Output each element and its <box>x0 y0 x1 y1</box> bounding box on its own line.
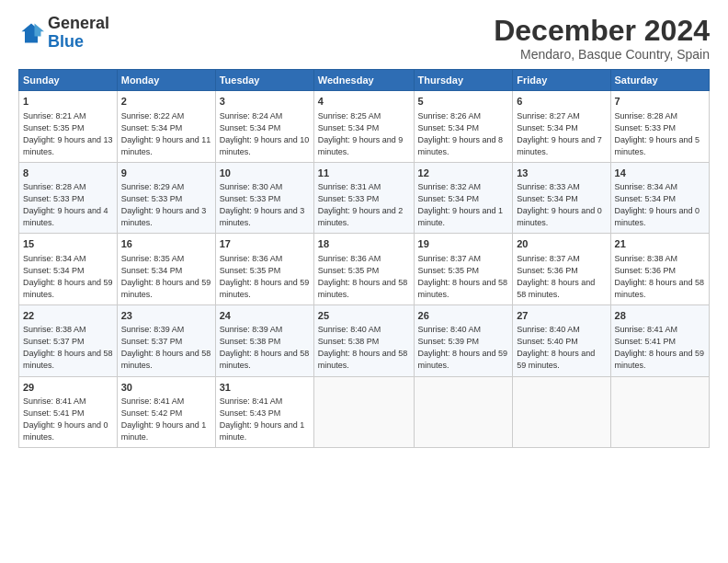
day-number: 13 <box>517 167 606 180</box>
day-content: Sunrise: 8:34 AM Sunset: 5:34 PM Dayligh… <box>615 181 705 229</box>
day-number: 26 <box>418 309 509 323</box>
day-number: 30 <box>121 381 211 395</box>
calendar-week-3: 15Sunrise: 8:34 AM Sunset: 5:34 PM Dayli… <box>19 234 710 305</box>
day-content: Sunrise: 8:39 AM Sunset: 5:38 PM Dayligh… <box>220 324 310 372</box>
calendar-cell: 16Sunrise: 8:35 AM Sunset: 5:34 PM Dayli… <box>117 234 215 305</box>
logo: General Blue <box>18 15 109 52</box>
day-number: 29 <box>23 381 113 395</box>
day-content: Sunrise: 8:31 AM Sunset: 5:33 PM Dayligh… <box>318 181 410 229</box>
svg-marker-1 <box>35 23 45 36</box>
calendar-cell: 15Sunrise: 8:34 AM Sunset: 5:34 PM Dayli… <box>19 234 118 305</box>
calendar-cell: 11Sunrise: 8:31 AM Sunset: 5:33 PM Dayli… <box>313 162 414 234</box>
calendar-cell: 29Sunrise: 8:41 AM Sunset: 5:41 PM Dayli… <box>19 376 118 448</box>
day-content: Sunrise: 8:40 AM Sunset: 5:40 PM Dayligh… <box>517 324 606 372</box>
weekday-header-wednesday: Wednesday <box>313 70 414 91</box>
calendar-cell: 19Sunrise: 8:37 AM Sunset: 5:35 PM Dayli… <box>414 234 513 305</box>
day-number: 14 <box>615 167 705 180</box>
calendar-cell: 4Sunrise: 8:25 AM Sunset: 5:34 PM Daylig… <box>313 91 414 163</box>
calendar-cell: 21Sunrise: 8:38 AM Sunset: 5:36 PM Dayli… <box>610 234 709 305</box>
subtitle: Mendaro, Basque Country, Spain <box>494 47 710 62</box>
day-content: Sunrise: 8:24 AM Sunset: 5:34 PM Dayligh… <box>220 110 310 158</box>
day-number: 8 <box>23 167 113 180</box>
calendar-table: SundayMondayTuesdayWednesdayThursdayFrid… <box>18 69 710 448</box>
day-content: Sunrise: 8:22 AM Sunset: 5:34 PM Dayligh… <box>121 110 211 158</box>
day-number: 31 <box>220 381 310 395</box>
calendar-cell: 22Sunrise: 8:38 AM Sunset: 5:37 PM Dayli… <box>19 304 118 376</box>
weekday-header-saturday: Saturday <box>610 70 709 91</box>
day-content: Sunrise: 8:36 AM Sunset: 5:35 PM Dayligh… <box>318 253 410 301</box>
day-number: 9 <box>121 167 211 180</box>
calendar-week-5: 29Sunrise: 8:41 AM Sunset: 5:41 PM Dayli… <box>19 376 710 448</box>
calendar-cell: 30Sunrise: 8:41 AM Sunset: 5:42 PM Dayli… <box>117 376 215 448</box>
calendar-cell <box>414 376 513 448</box>
day-number: 4 <box>318 95 410 109</box>
day-number: 7 <box>615 95 705 109</box>
day-number: 27 <box>517 309 606 323</box>
calendar-cell <box>313 376 414 448</box>
day-content: Sunrise: 8:29 AM Sunset: 5:33 PM Dayligh… <box>121 181 211 229</box>
logo-icon <box>18 20 44 46</box>
day-number: 22 <box>23 309 113 323</box>
day-content: Sunrise: 8:38 AM Sunset: 5:37 PM Dayligh… <box>23 324 113 372</box>
logo-line1: General <box>48 15 109 33</box>
calendar-cell: 9Sunrise: 8:29 AM Sunset: 5:33 PM Daylig… <box>117 162 215 234</box>
main-title: December 2024 <box>494 15 710 47</box>
day-number: 10 <box>220 167 310 180</box>
calendar-cell: 2Sunrise: 8:22 AM Sunset: 5:34 PM Daylig… <box>117 91 215 163</box>
day-content: Sunrise: 8:33 AM Sunset: 5:34 PM Dayligh… <box>517 181 606 229</box>
calendar-cell: 28Sunrise: 8:41 AM Sunset: 5:41 PM Dayli… <box>610 304 709 376</box>
day-number: 24 <box>220 309 310 323</box>
day-content: Sunrise: 8:32 AM Sunset: 5:34 PM Dayligh… <box>418 181 509 229</box>
calendar-cell: 10Sunrise: 8:30 AM Sunset: 5:33 PM Dayli… <box>215 162 313 234</box>
day-content: Sunrise: 8:41 AM Sunset: 5:41 PM Dayligh… <box>23 396 113 443</box>
calendar-cell <box>610 376 709 448</box>
day-number: 20 <box>517 237 606 251</box>
day-content: Sunrise: 8:40 AM Sunset: 5:39 PM Dayligh… <box>418 324 509 372</box>
day-content: Sunrise: 8:41 AM Sunset: 5:42 PM Dayligh… <box>121 396 211 443</box>
calendar-cell: 1Sunrise: 8:21 AM Sunset: 5:35 PM Daylig… <box>19 91 118 163</box>
day-content: Sunrise: 8:27 AM Sunset: 5:34 PM Dayligh… <box>517 110 606 158</box>
day-number: 19 <box>418 237 509 251</box>
calendar-cell: 6Sunrise: 8:27 AM Sunset: 5:34 PM Daylig… <box>513 91 610 163</box>
day-number: 18 <box>318 237 410 251</box>
calendar-cell: 27Sunrise: 8:40 AM Sunset: 5:40 PM Dayli… <box>513 304 610 376</box>
weekday-header-friday: Friday <box>513 70 610 91</box>
day-number: 12 <box>418 167 509 180</box>
day-content: Sunrise: 8:41 AM Sunset: 5:41 PM Dayligh… <box>615 324 705 372</box>
weekday-header-monday: Monday <box>117 70 215 91</box>
title-block: December 2024 Mendaro, Basque Country, S… <box>494 15 710 62</box>
calendar-page: General Blue December 2024 Mendaro, Basq… <box>0 0 728 563</box>
weekday-header-sunday: Sunday <box>19 70 118 91</box>
logo-line2: Blue <box>48 33 109 52</box>
calendar-cell: 31Sunrise: 8:41 AM Sunset: 5:43 PM Dayli… <box>215 376 313 448</box>
day-content: Sunrise: 8:28 AM Sunset: 5:33 PM Dayligh… <box>23 181 113 229</box>
day-content: Sunrise: 8:34 AM Sunset: 5:34 PM Dayligh… <box>23 253 113 301</box>
day-number: 2 <box>121 95 211 109</box>
weekday-header-tuesday: Tuesday <box>215 70 313 91</box>
day-content: Sunrise: 8:41 AM Sunset: 5:43 PM Dayligh… <box>220 396 310 443</box>
day-content: Sunrise: 8:30 AM Sunset: 5:33 PM Dayligh… <box>220 181 310 229</box>
calendar-cell: 18Sunrise: 8:36 AM Sunset: 5:35 PM Dayli… <box>313 234 414 305</box>
calendar-cell: 17Sunrise: 8:36 AM Sunset: 5:35 PM Dayli… <box>215 234 313 305</box>
calendar-week-4: 22Sunrise: 8:38 AM Sunset: 5:37 PM Dayli… <box>19 304 710 376</box>
day-number: 6 <box>517 95 606 109</box>
weekday-header-row: SundayMondayTuesdayWednesdayThursdayFrid… <box>19 70 710 91</box>
day-content: Sunrise: 8:35 AM Sunset: 5:34 PM Dayligh… <box>121 253 211 301</box>
calendar-cell: 3Sunrise: 8:24 AM Sunset: 5:34 PM Daylig… <box>215 91 313 163</box>
calendar-cell: 20Sunrise: 8:37 AM Sunset: 5:36 PM Dayli… <box>513 234 610 305</box>
day-number: 3 <box>220 95 310 109</box>
day-content: Sunrise: 8:40 AM Sunset: 5:38 PM Dayligh… <box>318 324 410 372</box>
calendar-cell <box>513 376 610 448</box>
calendar-cell: 14Sunrise: 8:34 AM Sunset: 5:34 PM Dayli… <box>610 162 709 234</box>
weekday-header-thursday: Thursday <box>414 70 513 91</box>
day-content: Sunrise: 8:25 AM Sunset: 5:34 PM Dayligh… <box>318 110 410 158</box>
day-number: 15 <box>23 237 113 251</box>
day-number: 28 <box>615 309 705 323</box>
calendar-cell: 13Sunrise: 8:33 AM Sunset: 5:34 PM Dayli… <box>513 162 610 234</box>
calendar-cell: 12Sunrise: 8:32 AM Sunset: 5:34 PM Dayli… <box>414 162 513 234</box>
day-number: 25 <box>318 309 410 323</box>
day-number: 21 <box>615 237 705 251</box>
day-number: 5 <box>418 95 509 109</box>
calendar-week-2: 8Sunrise: 8:28 AM Sunset: 5:33 PM Daylig… <box>19 162 710 234</box>
calendar-week-1: 1Sunrise: 8:21 AM Sunset: 5:35 PM Daylig… <box>19 91 710 163</box>
